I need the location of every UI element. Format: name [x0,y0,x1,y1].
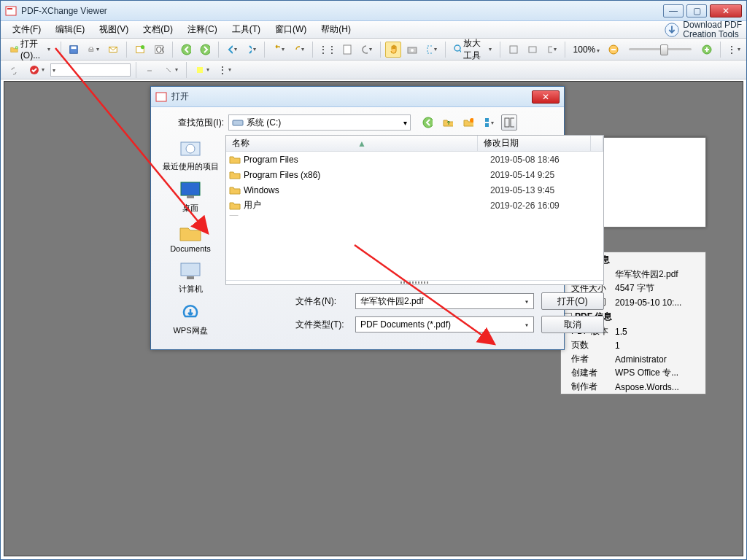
page-icon [342,44,352,55]
fit-icon [508,44,519,55]
file-row[interactable]: 用户2019-02-26 16:09 [226,198,603,213]
new-folder-button[interactable] [460,114,476,131]
filename-input[interactable]: 华军软件园2.pdf [355,293,534,309]
minimize-button[interactable]: — [663,4,684,18]
address-input[interactable] [50,63,131,77]
main-title: PDF-XChange Viewer [21,6,663,16]
highlight-button[interactable] [192,62,212,78]
fit-width-button[interactable] [525,42,541,58]
tool2-button[interactable] [339,42,355,58]
nav-fwd-button[interactable] [197,42,213,58]
look-in-select[interactable]: 系统 (C:)▾ [228,114,411,131]
place-desktop[interactable]: 桌面 [161,176,220,217]
svg-rect-21 [529,47,536,52]
property-row: 作者Administrator [561,352,705,366]
page-prev-button[interactable] [223,42,239,58]
svg-rect-1 [7,8,12,9]
menu-window[interactable]: 窗口(W) [268,21,314,38]
fit-more-button[interactable] [543,42,560,58]
link2-icon [144,65,155,75]
menu-view[interactable]: 视图(V) [92,21,136,38]
look-in-label: 查找范围(I): [161,117,224,129]
property-row: 创建者WPS Office 专... [561,366,705,380]
zoom-slider[interactable] [629,48,692,50]
svg-rect-18 [427,46,432,53]
file-list[interactable]: 名称▲ 修改日期 Program Files2019-05-08 18:46Pr… [225,135,604,285]
svg-rect-40 [187,195,194,198]
preview-toggle-button[interactable] [501,114,517,131]
open-button[interactable]: 打开(O)... [5,42,55,58]
list-splitter[interactable] [226,280,603,284]
snapshot-button[interactable] [404,42,420,58]
undo-icon [273,44,280,55]
zoom-value[interactable]: 100% [570,44,603,55]
select-button[interactable] [423,42,439,58]
download-tools-link[interactable]: Download PDFCreation Tools [664,20,742,39]
menu-document[interactable]: 文档(D) [136,21,180,38]
more-button[interactable]: ⋮ [726,42,742,58]
scan-button[interactable] [132,42,148,58]
view-menu-button[interactable] [481,114,497,131]
close-button[interactable]: ✕ [710,4,742,18]
save-button[interactable] [66,42,82,58]
place-wps[interactable]: WPS网盘 [161,299,220,339]
go-back-button[interactable] [419,114,436,131]
filetype-select[interactable]: PDF Documents (*.pdf) [355,316,534,332]
attach-button[interactable] [160,62,181,78]
place-recent[interactable]: 最近使用的项目 [161,135,220,175]
tool1-button[interactable]: ⋮⋮ [318,42,336,58]
fitmore-icon [546,44,552,55]
menu-edit[interactable]: 编辑(E) [48,21,92,38]
property-row: 制作者Aspose.Words... [561,380,705,394]
dialog-close-button[interactable]: ✕ [532,90,560,104]
hand-tool-button[interactable] [385,42,401,58]
menu-comment[interactable]: 注释(C) [180,21,225,38]
svg-rect-33 [485,123,489,127]
ocr-button[interactable]: OCR [151,42,167,58]
bookmark-button[interactable] [26,62,47,78]
rotate-button[interactable] [358,42,374,58]
menu-help[interactable]: 帮助(H) [314,21,358,38]
zoom-out-button[interactable] [605,42,622,58]
page-next-button[interactable] [243,42,259,58]
place-computer[interactable]: 计算机 [161,257,220,298]
file-row[interactable]: Program Files2019-05-08 18:46 [226,152,603,167]
fit-page-button[interactable] [506,42,522,58]
place-documents[interactable]: Documents [161,218,220,256]
link-tool-button[interactable] [142,62,158,78]
ocr-icon: OCR [154,44,164,55]
print-button[interactable] [85,42,102,58]
up-button[interactable] [440,114,456,131]
address-bar: ⋮ [1,61,746,79]
zoom-in-button[interactable] [699,42,715,58]
menubar: 文件(F) 编辑(E) 视图(V) 文档(D) 注释(C) 工具(T) 窗口(W… [1,21,746,39]
cancel-button[interactable]: 取消 [541,316,604,333]
email-button[interactable] [105,42,121,58]
svg-rect-7 [90,47,93,48]
chevron-left-icon [226,44,232,55]
undo-button[interactable] [270,42,287,58]
menu-tools[interactable]: 工具(T) [225,21,268,38]
file-row[interactable]: Windows2019-05-13 9:45 [226,182,603,198]
chevron-right-icon [246,44,252,55]
toolbar-main: 打开(O)... OCR ⋮⋮ 放大工具 [1,39,746,61]
svg-point-38 [186,144,195,153]
attach-icon [163,65,174,75]
mail-icon [108,44,118,55]
svg-rect-15 [344,45,351,54]
open-dialog: 打开 ✕ 查找范围(I): 系统 (C:)▾ 最近使用的项目 桌面 Docume… [150,86,565,350]
col-name-header[interactable]: 名称▲ [226,136,478,151]
link-button[interactable] [5,62,23,78]
svg-rect-28 [233,120,243,125]
col-date-header[interactable]: 修改日期 [478,136,591,151]
file-row[interactable]: Program Files (x86)2019-05-14 9:25 [226,167,603,182]
nav-back-button[interactable] [178,42,194,58]
menu-file[interactable]: 文件(F) [5,21,48,38]
maximize-button[interactable]: ▢ [686,4,707,18]
zoom-tool-button[interactable]: 放大工具 [450,42,494,58]
svg-rect-42 [187,276,194,279]
redo-button[interactable] [290,42,308,58]
drive-icon [232,117,244,128]
more2-button[interactable]: ⋮ [215,62,234,78]
open-button-dialog[interactable]: 打开(O) [541,292,604,310]
